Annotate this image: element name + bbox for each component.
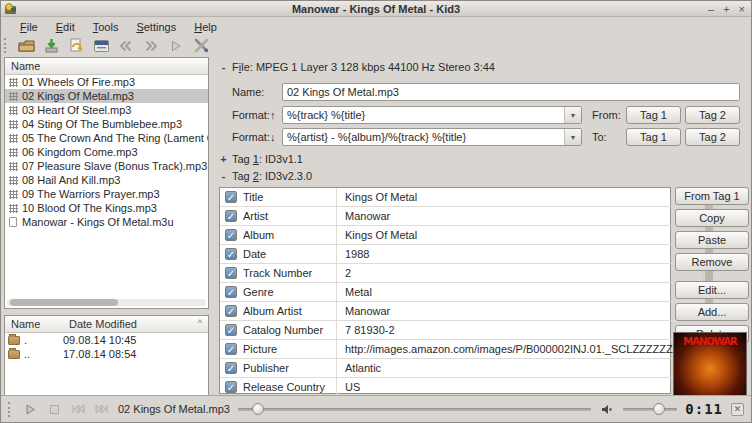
- checkbox-checked-icon[interactable]: [225, 286, 237, 298]
- volume-slider-track[interactable]: [623, 408, 677, 411]
- collapse-file-section-icon[interactable]: -: [219, 61, 228, 73]
- menu-tools[interactable]: Tools: [84, 20, 128, 34]
- sort-ascending-icon[interactable]: ^: [198, 318, 202, 328]
- remove-button[interactable]: Remove: [675, 253, 749, 271]
- collapse-tag2-icon[interactable]: -: [219, 170, 228, 182]
- file-list-item-playlist[interactable]: Manowar - Kings Of Metal.m3u: [5, 215, 208, 229]
- next-track-icon[interactable]: [94, 401, 110, 417]
- format-from-combobox[interactable]: %{track} %{title} ▼: [282, 106, 582, 124]
- play-icon[interactable]: [167, 37, 185, 54]
- file-list-item[interactable]: 01 Wheels Of Fire.mp3: [5, 75, 208, 89]
- frame-row-title[interactable]: TitleKings Of Metal: [220, 188, 703, 207]
- chevron-down-icon[interactable]: ▼: [564, 129, 581, 145]
- revert-icon[interactable]: [67, 37, 85, 54]
- audio-file-icon: [9, 148, 18, 157]
- commands-icon[interactable]: [92, 37, 110, 54]
- to-tag1-button[interactable]: Tag 1: [626, 128, 681, 146]
- menu-file[interactable]: File: [11, 20, 47, 34]
- file-list-hscrollbar-thumb[interactable]: [10, 299, 118, 306]
- file-list-item[interactable]: 10 Blood Of The Kings.mp3: [5, 201, 208, 215]
- next-file-icon[interactable]: [142, 37, 160, 54]
- paste-button[interactable]: Paste: [675, 231, 749, 249]
- file-list-item[interactable]: 05 The Crown And The Ring (Lament Of Th: [5, 131, 208, 145]
- file-list-item[interactable]: 06 Kingdom Come.mp3: [5, 145, 208, 159]
- volume-slider-handle[interactable]: [653, 403, 665, 415]
- seek-slider-handle[interactable]: [252, 403, 264, 415]
- to-tag2-button[interactable]: Tag 2: [685, 128, 740, 146]
- seek-slider[interactable]: [238, 402, 591, 416]
- close-button[interactable]: ×: [739, 1, 745, 17]
- seek-slider-track[interactable]: [238, 408, 591, 411]
- file-list-item[interactable]: 08 Hail And Kill.mp3: [5, 173, 208, 187]
- from-tag1-copy-button[interactable]: From Tag 1: [675, 187, 749, 205]
- chevron-down-icon[interactable]: ▼: [564, 107, 581, 123]
- toolbar-grip[interactable]: [4, 38, 8, 53]
- file-list-hscrollbar[interactable]: [7, 299, 206, 306]
- save-icon[interactable]: [42, 37, 60, 54]
- menu-settings[interactable]: Settings: [127, 20, 185, 34]
- format-from-row: Format:↑ %{track} %{title} ▼ From: Tag 1…: [219, 106, 740, 124]
- format-to-combobox[interactable]: %{artist} - %{album}/%{track} %{title} ▼: [282, 128, 582, 146]
- audio-file-icon: [9, 78, 18, 87]
- file-list-item[interactable]: 07 Pleasure Slave (Bonus Track).mp3: [5, 159, 208, 173]
- player-track-label: 02 Kings Of Metal.mp3: [118, 403, 230, 415]
- audio-file-icon: [9, 190, 18, 199]
- file-list-item-selected[interactable]: 02 Kings Of Metal.mp3: [5, 89, 208, 103]
- frame-row-album-artist[interactable]: Album ArtistManowar: [220, 302, 703, 321]
- audio-file-icon: [9, 106, 18, 115]
- frame-row-picture[interactable]: Picturehttp://images.amazon.com/images/P…: [220, 340, 703, 359]
- dir-column-date-modified[interactable]: Date Modified: [69, 318, 137, 330]
- file-list-header[interactable]: Name: [5, 58, 208, 75]
- title-bar[interactable]: Manowar - Kings Of Metal - Kid3 – + ×: [1, 1, 751, 17]
- from-tag2-button[interactable]: Tag 2: [685, 106, 740, 124]
- frame-row-album[interactable]: AlbumKings Of Metal: [220, 226, 703, 245]
- stop-icon[interactable]: [46, 401, 62, 417]
- checkbox-checked-icon[interactable]: [225, 343, 237, 355]
- player-grip[interactable]: [8, 402, 12, 417]
- previous-file-icon[interactable]: [117, 37, 135, 54]
- dir-row-current[interactable]: . 09.08.14 10:45: [5, 333, 208, 347]
- frame-row-genre[interactable]: GenreMetal: [220, 283, 703, 302]
- copy-button[interactable]: Copy: [675, 209, 749, 227]
- frame-row-artist[interactable]: ArtistManowar: [220, 207, 703, 226]
- tag1-section-line: + Tag 1: ID3v1.1: [219, 153, 740, 165]
- menu-edit[interactable]: Edit: [47, 20, 84, 34]
- play-icon[interactable]: [22, 401, 38, 417]
- checkbox-checked-icon[interactable]: [225, 248, 237, 260]
- add-button[interactable]: Add...: [675, 303, 749, 321]
- format-from-label: Format:↑: [232, 109, 278, 121]
- tag2-frame-table: TitleKings Of Metal ArtistManowar AlbumK…: [219, 187, 671, 394]
- file-list-item[interactable]: 04 Sting Of The Bumblebee.mp3: [5, 117, 208, 131]
- checkbox-checked-icon[interactable]: [225, 267, 237, 279]
- expand-tag1-icon[interactable]: +: [219, 153, 228, 165]
- dir-column-name[interactable]: Name: [11, 318, 69, 330]
- checkbox-checked-icon[interactable]: [225, 324, 237, 336]
- file-list-panel: Name 01 Wheels Of Fire.mp3 02 Kings Of M…: [4, 57, 209, 309]
- frame-row-catalog-number[interactable]: Catalog Number7 81930-2: [220, 321, 703, 340]
- close-player-icon[interactable]: ✕: [731, 403, 744, 416]
- checkbox-checked-icon[interactable]: [225, 362, 237, 374]
- edit-button[interactable]: Edit...: [675, 281, 749, 299]
- maximize-button[interactable]: +: [723, 1, 729, 17]
- filename-input[interactable]: 02 Kings Of Metal.mp3: [282, 83, 740, 101]
- dir-row-parent[interactable]: .. 17.08.14 08:54: [5, 347, 208, 361]
- minimize-button[interactable]: –: [708, 1, 714, 17]
- window-title: Manowar - Kings Of Metal - Kid3: [1, 3, 751, 15]
- volume-slider[interactable]: [623, 402, 677, 416]
- menu-help[interactable]: Help: [185, 20, 226, 34]
- from-tag1-button[interactable]: Tag 1: [626, 106, 681, 124]
- frame-row-publisher[interactable]: PublisherAtlantic: [220, 359, 703, 378]
- speaker-icon[interactable]: [599, 401, 615, 417]
- checkbox-checked-icon[interactable]: [225, 229, 237, 241]
- checkbox-checked-icon[interactable]: [225, 305, 237, 317]
- frame-row-date[interactable]: Date1988: [220, 245, 703, 264]
- checkbox-checked-icon[interactable]: [225, 381, 237, 393]
- checkbox-checked-icon[interactable]: [225, 191, 237, 203]
- previous-track-icon[interactable]: [70, 401, 86, 417]
- frame-row-track-number[interactable]: Track Number2: [220, 264, 703, 283]
- open-folder-icon[interactable]: [17, 37, 35, 54]
- configure-icon[interactable]: [192, 37, 210, 54]
- file-list-item[interactable]: 09 The Warriors Prayer.mp3: [5, 187, 208, 201]
- checkbox-checked-icon[interactable]: [225, 210, 237, 222]
- file-list-item[interactable]: 03 Heart Of Steel.mp3: [5, 103, 208, 117]
